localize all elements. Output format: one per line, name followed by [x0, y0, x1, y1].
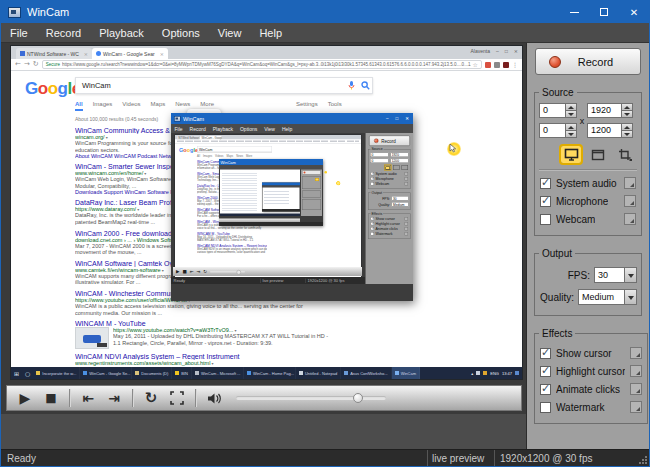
- spin-down-icon[interactable]: [565, 131, 577, 138]
- volume-slider-handle[interactable]: [353, 393, 363, 403]
- spin-down-icon[interactable]: [565, 111, 577, 118]
- source-x-spinner[interactable]: 0: [539, 103, 577, 118]
- nested-preview: NTWind Software - WC WinCam - Google Sea…: [175, 135, 361, 283]
- spin-up-icon[interactable]: [565, 103, 577, 111]
- fullscreen-icon: [170, 391, 184, 405]
- monitor-icon: [564, 148, 579, 161]
- watermark-checkbox[interactable]: [540, 402, 551, 413]
- system-audio-row: System audio: [540, 177, 636, 189]
- google-logo: Google: [25, 79, 81, 99]
- maximize-button[interactable]: [589, 1, 619, 23]
- menu-help[interactable]: Help: [250, 23, 291, 42]
- url-box: Secure https://www.google.ru/search?neww…: [42, 60, 482, 69]
- webcam-row: Webcam: [540, 213, 636, 225]
- fullscreen-button[interactable]: [165, 387, 189, 409]
- browser-profile-name: Alaventa: [471, 48, 490, 54]
- volume-slider[interactable]: [236, 396, 386, 400]
- webcam-checkbox[interactable]: [540, 214, 551, 225]
- result-stats: About 100,000 results (0.45 seconds): [75, 116, 158, 122]
- show-cursor-checkbox[interactable]: [540, 348, 551, 359]
- tab2-favicon: [96, 51, 101, 56]
- microphone-row: Microphone: [540, 195, 636, 207]
- fps-dropdown[interactable]: 30: [594, 267, 637, 283]
- dropdown-arrow-icon[interactable]: [624, 267, 637, 283]
- highlight-cursor-checkbox[interactable]: [540, 366, 551, 377]
- menu-playback[interactable]: Playback: [90, 23, 153, 42]
- system-audio-settings-button[interactable]: [624, 177, 636, 189]
- menu-file[interactable]: File: [1, 23, 37, 42]
- gnav-maps: Maps: [151, 101, 166, 111]
- spin-down-icon[interactable]: [621, 131, 633, 138]
- maximize-icon: [600, 8, 608, 16]
- search-result-video: WINCAM M - YouTube https://www.youtube.c…: [75, 320, 337, 349]
- refresh-icon: ↻: [33, 61, 39, 68]
- taskbar-item: Untitled - Notepad: [296, 367, 341, 379]
- spin-up-icon[interactable]: [621, 123, 633, 131]
- menu-view[interactable]: View: [209, 23, 251, 42]
- resize-grip[interactable]: [638, 455, 648, 465]
- page-url: https://www.google.ru/search?newwindow=1…: [62, 62, 471, 67]
- highlight-cursor-row: Highlight cursor: [540, 365, 642, 377]
- menu-options[interactable]: Options: [153, 23, 209, 42]
- quality-dropdown[interactable]: Medium: [578, 289, 637, 305]
- nested-sidebar: Record Source 01920 01200 System audio M…: [365, 133, 413, 284]
- back-icon: ←: [15, 61, 21, 68]
- status-bar: Ready live preview 1920x1200 @ 30 fps: [1, 449, 649, 466]
- settings-sidebar: Record Source 0 x 1920 0: [527, 43, 649, 449]
- capture-window-button[interactable]: [588, 146, 608, 163]
- system-tray: ▴ ENG 13:47: [471, 371, 522, 376]
- window-title: WinCam: [27, 6, 69, 18]
- highlight-cursor-settings-button[interactable]: [630, 365, 642, 377]
- taskbar-item: Incorporate the w...: [33, 367, 80, 379]
- browser-menu-icon: ⋮: [512, 61, 518, 68]
- status-ready: Ready: [1, 453, 427, 464]
- animate-clicks-checkbox[interactable]: [540, 384, 551, 395]
- nested-app-icon: [174, 116, 181, 122]
- taskbar-item: Documents (D): [132, 367, 172, 379]
- bookmark-star-icon: ☆: [473, 61, 478, 68]
- taskbar-item: BIN: [172, 367, 192, 379]
- search-query: WinCam: [76, 81, 344, 90]
- watermark-settings-button[interactable]: [630, 401, 642, 413]
- nested-wincam-window: WinCam –□✕ FileRecordPlaybackOptionsView…: [171, 113, 413, 301]
- gnav-images: Images: [93, 101, 113, 111]
- capture-region-button[interactable]: [615, 146, 635, 163]
- source-y-spinner[interactable]: 0: [539, 123, 577, 138]
- volume-button[interactable]: [202, 387, 226, 409]
- menu-record[interactable]: Record: [37, 23, 90, 42]
- animate-clicks-row: Animate clicks: [540, 383, 642, 395]
- stop-button[interactable]: ■: [39, 387, 63, 409]
- spin-down-icon[interactable]: [621, 111, 633, 118]
- transport-bar: ▶ ■ ⇤ ⇥ ↻: [6, 385, 522, 411]
- spin-up-icon[interactable]: [621, 103, 633, 111]
- restart-button[interactable]: ↻: [139, 387, 163, 409]
- source-width-spinner[interactable]: 1920: [587, 103, 633, 118]
- microphone-settings-button[interactable]: [624, 195, 636, 207]
- nested-window-title: WinCam: [183, 116, 204, 122]
- taskbar-item: WinCam - Google Se...: [80, 367, 132, 379]
- desktop-taskbar: ⊞ ○ Incorporate the w... WinCam - Google…: [11, 367, 522, 379]
- close-button[interactable]: ✕: [619, 1, 649, 23]
- show-cursor-settings-button[interactable]: [630, 347, 642, 359]
- spin-up-icon[interactable]: [565, 123, 577, 131]
- record-button[interactable]: Record: [535, 48, 641, 75]
- skip-to-end-button[interactable]: ⇥: [102, 387, 126, 409]
- play-button[interactable]: ▶: [13, 387, 37, 409]
- nested-status-bar: Ready live preview 1920x1200 @ 30 fps: [171, 277, 365, 284]
- animate-clicks-settings-button[interactable]: [630, 383, 642, 395]
- capture-screen-button[interactable]: [561, 146, 581, 163]
- dropdown-arrow-icon[interactable]: [624, 289, 637, 305]
- microphone-checkbox[interactable]: [540, 196, 551, 207]
- output-group: Output FPS: 30 Quality: Medium: [534, 248, 642, 316]
- tab2-close-icon: ×: [160, 51, 164, 57]
- nested-cursor-level2: [325, 171, 328, 174]
- skip-to-start-button[interactable]: ⇤: [76, 387, 100, 409]
- nested-wincam-window-level3: [262, 183, 300, 212]
- source-height-spinner[interactable]: 1200: [587, 123, 633, 138]
- main-area: NTWind Software - WC × WinCam - Google S…: [1, 43, 527, 449]
- minimize-button[interactable]: [559, 1, 589, 23]
- search-icon: [358, 81, 372, 90]
- system-audio-checkbox[interactable]: [540, 178, 551, 189]
- webcam-settings-button[interactable]: [624, 213, 636, 225]
- google-nav-right: Settings Tools: [296, 101, 342, 107]
